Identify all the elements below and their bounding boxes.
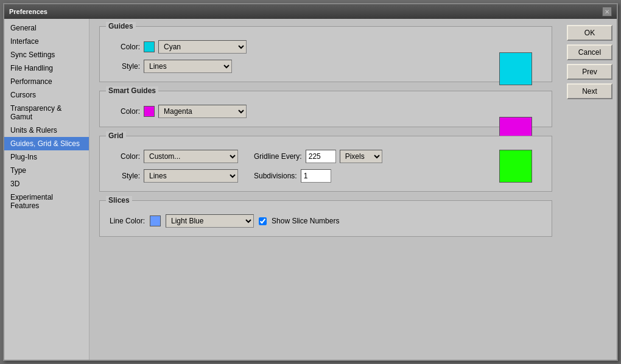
next-button[interactable]: Next [567, 83, 612, 99]
smart-guides-section-title: Smart Guides [106, 86, 158, 95]
guides-color-preview [499, 52, 532, 85]
sidebar-item-guides-grid-slices[interactable]: Guides, Grid & Slices [4, 137, 89, 150]
guides-color-swatch [144, 41, 155, 52]
grid-style-row: Style: Lines Subdivisions: 1 [110, 169, 493, 183]
sidebar-item-transparency-gamut[interactable]: Transparency & Gamut [4, 102, 89, 124]
sidebar-item-units-rulers[interactable]: Units & Rulers [4, 124, 89, 137]
preferences-dialog: Preferences ✕ General Interface Sync Set… [3, 3, 618, 361]
sidebar-item-interface[interactable]: Interface [4, 35, 89, 48]
slices-section: Slices Line Color: Light Blue Show Slice… [99, 200, 552, 237]
guides-color-select[interactable]: Cyan [158, 40, 247, 54]
dialog-title: Preferences [9, 8, 47, 15]
prev-button[interactable]: Prev [567, 64, 612, 80]
grid-style-label: Style: [110, 172, 140, 180]
grid-color-select[interactable]: Custom... [144, 150, 238, 163]
sidebar-item-sync-settings[interactable]: Sync Settings [4, 48, 89, 61]
sidebar-item-cursors[interactable]: Cursors [4, 88, 89, 102]
subdivisions-label: Subdivisions: [254, 172, 297, 180]
guides-section-title: Guides [106, 22, 136, 30]
units-select[interactable]: Pixels [340, 150, 382, 163]
gridline-input[interactable]: 225 [306, 150, 336, 163]
sidebar-item-type[interactable]: Type [4, 164, 89, 177]
slice-color-select[interactable]: Light Blue [166, 214, 254, 228]
close-button[interactable]: ✕ [602, 7, 612, 16]
smart-guides-color-row: Color: Magenta [110, 105, 493, 118]
grid-color-label: Color: [110, 152, 140, 161]
smart-guides-color-select[interactable]: Magenta [158, 105, 247, 118]
slices-row: Line Color: Light Blue Show Slice Number… [110, 214, 542, 228]
ok-button[interactable]: OK [567, 25, 612, 41]
guides-color-row: Color: Cyan [110, 40, 493, 54]
sidebar: General Interface Sync Settings File Han… [4, 19, 89, 360]
grid-section: Grid Color: Custom... Gridline Every: 22… [99, 136, 552, 192]
subdivisions-input[interactable]: 1 [301, 169, 331, 183]
title-bar: Preferences ✕ [4, 4, 617, 19]
sidebar-item-experimental-features[interactable]: Experimental Features [4, 191, 89, 212]
cancel-button[interactable]: Cancel [567, 44, 612, 60]
sidebar-item-file-handling[interactable]: File Handling [4, 61, 89, 75]
show-slice-numbers-checkbox[interactable] [259, 217, 267, 225]
smart-guides-section: Smart Guides Color: Magenta [99, 91, 552, 127]
slices-section-title: Slices [106, 196, 132, 205]
sidebar-item-3d[interactable]: 3D [4, 177, 89, 191]
guides-color-label: Color: [110, 43, 140, 51]
sidebar-item-general[interactable]: General [4, 21, 89, 35]
sidebar-item-performance[interactable]: Performance [4, 75, 89, 88]
gridline-label: Gridline Every: [254, 152, 302, 161]
smart-guides-color-label: Color: [110, 107, 140, 116]
slice-color-swatch [150, 215, 161, 226]
guides-section: Guides Color: Cyan Style: Lines [99, 26, 552, 82]
show-slice-numbers-label: Show Slice Numbers [272, 217, 339, 225]
smart-guides-color-swatch [144, 106, 155, 117]
grid-color-preview [499, 150, 532, 183]
sidebar-item-plug-ins[interactable]: Plug-Ins [4, 150, 89, 164]
guides-style-select[interactable]: Lines [144, 60, 232, 73]
grid-section-title: Grid [106, 131, 126, 140]
grid-color-row: Color: Custom... Gridline Every: 225 Pix… [110, 150, 493, 163]
guides-style-label: Style: [110, 62, 140, 71]
guides-style-row: Style: Lines [110, 60, 493, 73]
buttons-panel: OK Cancel Prev Next [562, 19, 617, 360]
grid-style-select[interactable]: Lines [144, 169, 238, 183]
line-color-label: Line Color: [110, 217, 145, 225]
main-content: Guides Color: Cyan Style: Lines [89, 19, 562, 360]
dialog-body: General Interface Sync Settings File Han… [4, 19, 617, 360]
